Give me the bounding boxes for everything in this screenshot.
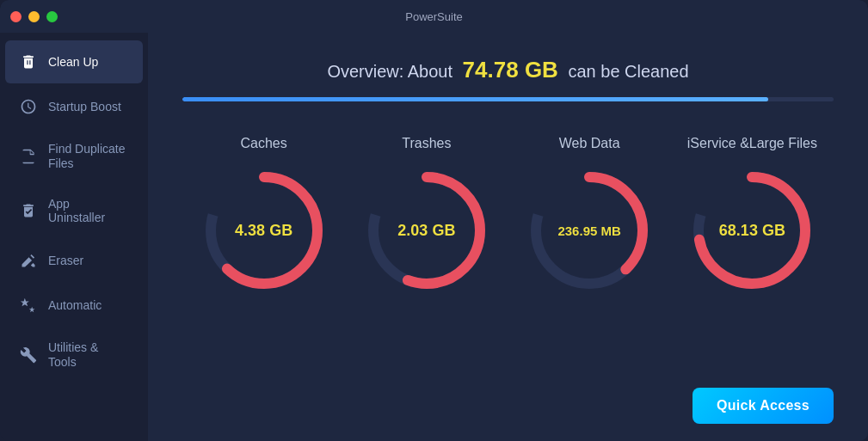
progress-bar-container: [182, 97, 834, 101]
sidebar-label-startup-boost: Startup Boost: [48, 100, 121, 114]
progress-bar-fill: [182, 97, 768, 101]
sidebar-label-app-uninstaller: App Uninstaller: [48, 197, 129, 226]
sidebar-label-clean-up: Clean Up: [48, 55, 98, 70]
automatic-icon: [19, 296, 38, 315]
maximize-button[interactable]: [46, 11, 58, 22]
overview-size: 74.78 GB: [463, 57, 558, 83]
gauge-wrapper-caches: 4.38 GB: [195, 162, 333, 299]
sidebar-item-find-duplicate-files[interactable]: Find DuplicateFiles: [5, 130, 143, 183]
gauge-iservice-large-files: iService &Large Files 68.13 GB: [683, 136, 821, 299]
titlebar: PowerSuite: [0, 0, 868, 33]
sidebar-item-app-uninstaller[interactable]: App Uninstaller: [5, 185, 143, 238]
traffic-lights: [10, 11, 58, 22]
gauges-row: Caches 4.38 GB: [182, 127, 834, 374]
overview-suffix: can be Cleaned: [568, 62, 688, 81]
sidebar-label-utilities-tools: Utilities & Tools: [48, 340, 129, 370]
sidebar-label-automatic: Automatic: [48, 298, 102, 313]
window-title: PowerSuite: [405, 10, 462, 23]
sidebar-item-eraser[interactable]: Eraser: [5, 239, 143, 282]
clean-up-icon: [19, 52, 38, 71]
overview-header: Overview: About 74.78 GB can be Cleaned: [182, 57, 834, 83]
gauge-caches: Caches 4.38 GB: [195, 136, 333, 299]
quick-access-row: Quick Access: [182, 374, 834, 424]
close-button[interactable]: [10, 11, 22, 22]
gauge-trashes: Trashes 2.03 GB: [358, 136, 496, 299]
startup-boost-icon: [19, 97, 38, 116]
gauge-label-iservice-large-files: iService &Large Files: [687, 136, 817, 151]
sidebar-label-eraser: Eraser: [48, 254, 83, 268]
sidebar-item-automatic[interactable]: Automatic: [5, 284, 143, 327]
gauge-web-data: Web Data 236.95 MB: [520, 136, 658, 299]
quick-access-button[interactable]: Quick Access: [693, 388, 834, 424]
sidebar-item-utilities-tools[interactable]: Utilities & Tools: [5, 328, 143, 382]
gauge-wrapper-trashes: 2.03 GB: [358, 162, 496, 299]
find-duplicate-icon: [19, 147, 38, 166]
app-uninstaller-icon: [19, 201, 38, 220]
gauge-label-web-data: Web Data: [559, 136, 620, 151]
gauge-value-trashes: 2.03 GB: [397, 222, 455, 240]
sidebar-label-find-duplicate-files: Find DuplicateFiles: [48, 142, 126, 171]
gauge-wrapper-web-data: 236.95 MB: [520, 162, 658, 299]
minimize-button[interactable]: [28, 11, 40, 22]
gauge-value-web-data: 236.95 MB: [557, 224, 620, 238]
overview-prefix: Overview: About: [327, 62, 452, 81]
app-container: Clean Up Startup Boost Find DuplicateFil…: [0, 33, 868, 441]
gauge-value-caches: 4.38 GB: [235, 222, 292, 240]
sidebar: Clean Up Startup Boost Find DuplicateFil…: [0, 33, 148, 441]
gauge-value-iservice-large-files: 68.13 GB: [719, 222, 785, 240]
sidebar-item-startup-boost[interactable]: Startup Boost: [5, 85, 143, 128]
main-content: Overview: About 74.78 GB can be Cleaned …: [148, 33, 868, 441]
gauge-wrapper-iservice-large-files: 68.13 GB: [683, 162, 821, 299]
gauge-label-trashes: Trashes: [402, 136, 451, 151]
gauge-label-caches: Caches: [241, 136, 287, 151]
sidebar-item-clean-up[interactable]: Clean Up: [5, 40, 143, 83]
eraser-icon: [19, 251, 38, 270]
utilities-icon: [19, 346, 38, 364]
